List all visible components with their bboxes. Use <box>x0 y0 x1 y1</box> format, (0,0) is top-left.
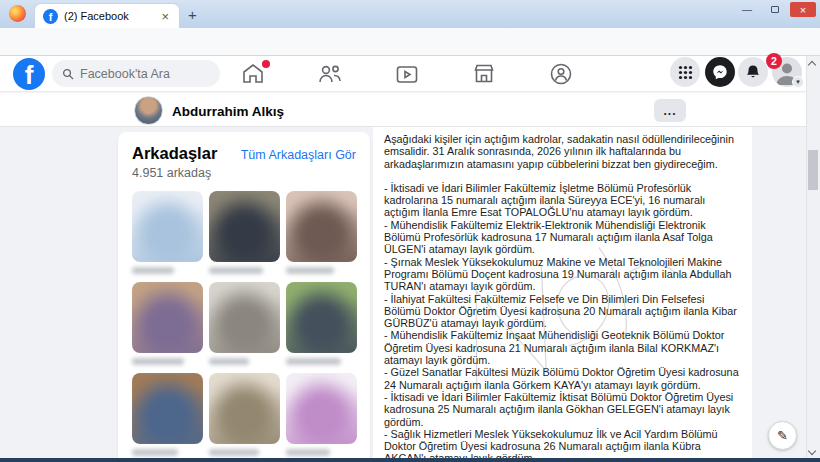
window-close-button[interactable]: × <box>790 2 816 17</box>
more-options-button[interactable]: ... <box>654 99 686 122</box>
friend-name-redacted <box>209 449 259 456</box>
friend-name-redacted <box>132 267 174 274</box>
friend-name-redacted <box>209 358 249 365</box>
tab-title: (2) Facebook <box>64 10 153 22</box>
friend-item[interactable] <box>286 191 357 274</box>
friend-photo[interactable] <box>286 373 357 444</box>
friend-name-redacted <box>286 358 341 365</box>
friend-photo[interactable] <box>286 191 357 262</box>
friends-grid <box>132 191 356 456</box>
browser-tab[interactable]: f (2) Facebook × <box>34 3 180 28</box>
friend-item[interactable] <box>209 282 280 365</box>
friend-item[interactable] <box>286 373 357 456</box>
friends-card: Arkadaşlar Tüm Arkadaşları Gör 4.951 ark… <box>118 132 370 462</box>
friend-photo[interactable] <box>209 373 280 444</box>
friend-photo[interactable] <box>209 282 280 353</box>
browser-toolbar: ← → ⟳ ⌂ https://www.facebook.com/abdurra… <box>0 28 820 56</box>
post-paragraph: - Mühendislik Fakültemiz İnşaat Mühendis… <box>384 329 743 366</box>
friend-name-redacted <box>209 267 263 274</box>
messenger-icon <box>712 64 728 80</box>
friend-photo[interactable] <box>209 191 280 262</box>
friend-item[interactable] <box>286 282 357 365</box>
compose-post-button[interactable]: ✎ <box>768 421 797 450</box>
apps-menu-button[interactable] <box>670 57 700 87</box>
post-paragraph: - Mühendislik Fakültemiz Elektrik-Elektr… <box>384 219 743 256</box>
post-paragraph: - İktisadi ve İdari Bilimler Fakültemiz … <box>384 391 743 428</box>
scrollbar-thumb[interactable] <box>808 150 818 190</box>
browser-titlebar: f (2) Facebook × + — × ⌄ <box>0 0 820 28</box>
friends-card-title: Arkadaşlar <box>132 144 217 163</box>
home-notification-dot <box>262 60 270 68</box>
friend-photo[interactable] <box>286 282 357 353</box>
post-paragraph: - Sağlık Hizmetleri Meslek Yüksekokulumu… <box>384 428 743 462</box>
friend-item[interactable] <box>209 373 280 456</box>
search-input[interactable] <box>80 67 200 81</box>
nav-friends-icon[interactable] <box>317 61 343 87</box>
chevron-down-icon: ▾ <box>792 76 804 88</box>
scroll-down-arrow-icon[interactable] <box>809 448 817 456</box>
friend-name-redacted <box>132 449 178 456</box>
search-icon <box>62 68 74 80</box>
post-body: Aşağıdaki kişiler için açtığım kadrolar,… <box>373 127 752 462</box>
tab-close-icon[interactable]: × <box>159 9 171 24</box>
notification-badge: 2 <box>766 53 782 69</box>
friend-name-redacted <box>286 267 334 274</box>
friend-photo[interactable] <box>132 191 203 262</box>
window-restore-button[interactable] <box>762 2 788 17</box>
scroll-up-arrow-icon[interactable] <box>809 59 817 67</box>
edit-pencil-icon: ✎ <box>777 428 788 443</box>
friend-item[interactable] <box>209 191 280 274</box>
taskbar-edge <box>0 458 820 462</box>
facebook-favicon-icon: f <box>43 9 58 24</box>
restore-icon <box>771 6 779 13</box>
friend-item[interactable] <box>132 282 203 365</box>
friend-name-redacted <box>286 449 330 456</box>
friend-photo[interactable] <box>132 373 203 444</box>
search-bar[interactable] <box>52 60 220 87</box>
facebook-logo[interactable]: f <box>13 58 45 90</box>
post-paragraph: - İktisadi ve İdari Bilimler Fakültemiz … <box>384 182 743 219</box>
post-paragraph: - Şırnak Meslek Yüksekokulumuz Makine ve… <box>384 256 743 293</box>
apps-grid-icon <box>678 65 693 80</box>
bell-icon <box>745 64 761 80</box>
nav-groups-icon[interactable] <box>548 61 574 87</box>
nav-marketplace-icon[interactable] <box>471 61 497 87</box>
window-controls: — × <box>734 2 816 17</box>
notifications-button[interactable] <box>738 57 768 87</box>
post-paragraph: - Güzel Sanatlar Fakültesi Müzik Bölümü … <box>384 366 743 391</box>
friend-item[interactable] <box>132 373 203 456</box>
friend-photo[interactable] <box>132 282 203 353</box>
friend-name-redacted <box>132 358 184 365</box>
scrollbar-track[interactable] <box>806 56 820 458</box>
post-card: Aşağıdaki kişiler için açtığım kadrolar,… <box>373 127 752 462</box>
see-all-friends-link[interactable]: Tüm Arkadaşları Gör <box>241 148 356 162</box>
profile-name[interactable]: Abdurrahim Alkış <box>172 104 284 119</box>
firefox-icon[interactable] <box>9 5 26 22</box>
friend-item[interactable] <box>132 191 203 274</box>
window-minimize-button[interactable]: — <box>734 2 760 17</box>
nav-watch-icon[interactable] <box>394 61 420 87</box>
post-paragraph: - İlahiyat Fakültesi Fakültemiz Felsefe … <box>384 293 743 330</box>
profile-avatar[interactable] <box>134 96 163 125</box>
new-tab-button[interactable]: + <box>188 6 197 23</box>
messenger-button[interactable] <box>705 57 735 87</box>
friends-count: 4.951 arkadaş <box>132 166 356 180</box>
post-paragraph: Aşağıdaki kişiler için açtığım kadrolar,… <box>384 133 743 170</box>
